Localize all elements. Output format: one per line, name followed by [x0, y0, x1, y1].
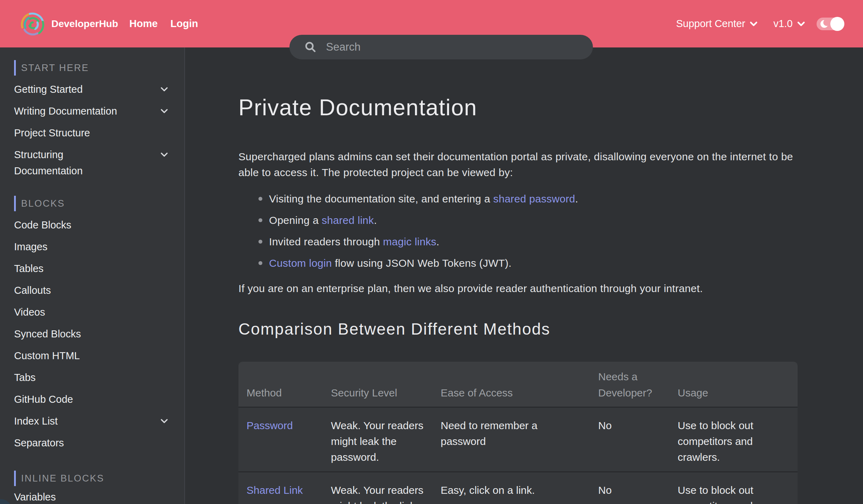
sidebar-item-synced-blocks[interactable]: Synced Blocks: [0, 323, 184, 345]
cell-ease: Easy, click on a link.: [433, 471, 590, 504]
sidebar-item-index-list[interactable]: Index List: [0, 410, 184, 432]
comparison-table: Method Security Level Ease of Access Nee…: [238, 362, 798, 504]
custom-login-link[interactable]: Custom login: [269, 257, 332, 269]
sidebar-item-label: Code Blocks: [14, 214, 71, 233]
cell-usage: Use to block out competitors and crawler…: [670, 407, 798, 471]
sidebar-item-structuring-documentation[interactable]: Structuring Documentation: [0, 144, 184, 179]
sidebar-item-label: Writing Documentation: [14, 100, 117, 119]
chevron-down-icon: [159, 84, 170, 97]
brand-name: DeveloperHub: [51, 18, 118, 30]
password-link[interactable]: Password: [247, 420, 293, 431]
sidebar-item-tabs[interactable]: Tabs: [0, 367, 184, 388]
sidebar-item-project-structure[interactable]: Project Structure: [0, 122, 184, 144]
sidebar-item-code-blocks[interactable]: Code Blocks: [0, 214, 184, 236]
sidebar-section-start-here: START HERE: [14, 60, 184, 76]
support-center-menu[interactable]: Support Center: [676, 18, 760, 30]
list-item-text: .: [436, 236, 440, 247]
sidebar-item-variables[interactable]: Variables: [0, 486, 184, 504]
chevron-down-icon: [795, 18, 807, 30]
brand-group[interactable]: DeveloperHub: [18, 9, 118, 38]
shared-link-link[interactable]: Shared Link: [247, 484, 303, 496]
list-item: Invited readers through magic links.: [238, 234, 857, 250]
sidebar-item-label: Separators: [14, 432, 64, 451]
sidebar-item-label: Tabs: [14, 367, 36, 386]
sidebar-item-callouts[interactable]: Callouts: [0, 279, 184, 301]
search-placeholder: Search: [326, 41, 360, 53]
sidebar-item-label: Getting Started: [14, 78, 83, 97]
developerhub-logo-icon: [18, 9, 47, 38]
sidebar-section-blocks: BLOCKS: [14, 196, 184, 211]
sidebar-item-label: Images: [14, 236, 47, 255]
main-nav: Home Login: [129, 18, 198, 30]
sidebar-item-label: Tables: [14, 258, 44, 277]
shared-link-link[interactable]: shared link: [322, 214, 374, 226]
sidebar-item-writing-documentation[interactable]: Writing Documentation: [0, 100, 184, 122]
version-label: v1.0: [773, 18, 793, 30]
cell-developer: No: [590, 471, 670, 504]
list-item-text: flow using JSON Web Tokens (JWT).: [332, 257, 512, 269]
sidebar-item-label: Synced Blocks: [14, 323, 81, 342]
cell-usage: Use to block out competitors and crawler…: [670, 471, 798, 504]
nav-home[interactable]: Home: [129, 18, 158, 30]
sidebar: START HERE Getting Started Writing Docum…: [0, 47, 185, 504]
sidebar-section-inline-blocks: INLINE BLOCKS: [14, 471, 184, 486]
table-row: Shared Link Weak. Your readers might lea…: [238, 471, 798, 504]
moon-icon: [819, 19, 830, 29]
sidebar-item-custom-html[interactable]: Custom HTML: [0, 345, 184, 367]
search-icon: [304, 41, 317, 53]
list-item-text: Visiting the documentation site, and ent…: [269, 193, 493, 205]
sidebar-item-github-code[interactable]: GitHub Code: [0, 388, 184, 410]
sidebar-item-images[interactable]: Images: [0, 236, 184, 258]
cell-method: Password: [238, 407, 323, 471]
sidebar-item-getting-started[interactable]: Getting Started: [0, 78, 184, 100]
support-center-label: Support Center: [676, 18, 746, 30]
sidebar-item-label: Custom HTML: [14, 345, 80, 364]
column-header-usage: Usage: [670, 362, 798, 407]
comparison-heading: Comparison Between Different Methods: [238, 319, 857, 339]
sidebar-item-label: Structuring Documentation: [14, 144, 120, 179]
nav-login[interactable]: Login: [170, 18, 198, 30]
column-header-needs-developer: Needs a Developer?: [590, 362, 670, 407]
chevron-down-icon: [159, 106, 170, 119]
sidebar-item-separators[interactable]: Separators: [0, 432, 184, 454]
chevron-down-icon: [159, 149, 170, 162]
chevron-down-icon: [748, 18, 759, 30]
sidebar-item-label: Project Structure: [14, 122, 90, 141]
list-item: Visiting the documentation site, and ent…: [238, 191, 857, 207]
intro-paragraph: Supercharged plans admins can set their …: [238, 149, 801, 180]
list-item: Opening a shared link.: [238, 212, 857, 228]
enterprise-note: If you are on an enterprise plan, then w…: [238, 280, 857, 296]
sidebar-item-label: Videos: [14, 301, 45, 320]
list-item-text: Opening a: [269, 214, 322, 226]
cell-security: Weak. Your readers might leak the link.: [323, 471, 433, 504]
cell-ease: Need to remember a password: [433, 407, 590, 471]
sidebar-item-videos[interactable]: Videos: [0, 301, 184, 323]
cell-developer: No: [590, 407, 670, 471]
column-header-security-level: Security Level: [323, 362, 433, 407]
chevron-down-icon: [159, 416, 170, 429]
table-row: Password Weak. Your readers might leak t…: [238, 407, 798, 471]
sidebar-item-label: Index List: [14, 410, 58, 429]
main-content: Private Documentation Supercharged plans…: [238, 0, 857, 504]
shared-password-link[interactable]: shared password: [493, 193, 575, 205]
magic-links-link[interactable]: magic links: [383, 236, 436, 247]
page-title: Private Documentation: [238, 94, 857, 121]
table-header-row: Method Security Level Ease of Access Nee…: [238, 362, 798, 407]
list-item-text: .: [374, 214, 377, 226]
sidebar-item-tables[interactable]: Tables: [0, 258, 184, 279]
list-item: Custom login flow using JSON Web Tokens …: [238, 255, 857, 271]
version-menu[interactable]: v1.0: [773, 18, 807, 30]
dark-mode-toggle[interactable]: [817, 18, 844, 30]
list-item-text: .: [575, 193, 578, 205]
cell-security: Weak. Your readers might leak the passwo…: [323, 407, 433, 471]
access-methods-list: Visiting the documentation site, and ent…: [238, 191, 857, 271]
column-header-ease-of-access: Ease of Access: [433, 362, 590, 407]
search-input[interactable]: Search: [289, 35, 593, 59]
column-header-method: Method: [238, 362, 323, 407]
sidebar-item-label: Variables: [14, 486, 56, 504]
toggle-knob: [830, 17, 844, 31]
list-item-text: Invited readers through: [269, 236, 383, 247]
cell-method: Shared Link: [238, 471, 323, 504]
sidebar-item-label: Callouts: [14, 279, 51, 298]
sidebar-item-label: GitHub Code: [14, 388, 73, 407]
